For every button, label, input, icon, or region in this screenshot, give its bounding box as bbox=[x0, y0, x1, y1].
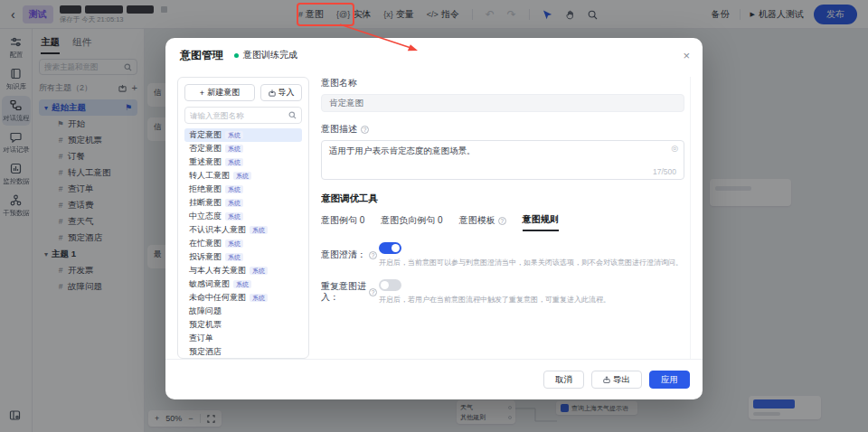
intent-list-item[interactable]: 故障问题 bbox=[184, 305, 302, 318]
import-label: 导入 bbox=[278, 87, 295, 99]
intent-list-item[interactable]: 重述意图 系统 bbox=[184, 155, 302, 169]
repeat-control: 开启后，若用户在当前意图流程中触发了重复意图，可重复进入此流程。 bbox=[379, 279, 684, 305]
modal-footer: 取消 导出 应用 bbox=[165, 359, 703, 399]
system-badge: 系统 bbox=[225, 212, 243, 221]
system-badge: 系统 bbox=[225, 158, 243, 166]
intent-list-item[interactable]: 在忙意图 系统 bbox=[184, 237, 302, 250]
export-icon bbox=[603, 376, 610, 383]
clarify-control: 开启后，当前意图可以参与到意图澄清当中，如果关闭该选项，则不会对该意图进行澄清询… bbox=[379, 242, 684, 268]
repeat-setting-row: 重复意图进入： ? 开启后，若用户在当前意图流程中触发了重复意图，可重复进入此流… bbox=[321, 279, 684, 305]
intent-list: 肯定意图 系统 否定意图 系统 重述意图 系统 转人工意图 系统 拒绝意图 系统 bbox=[184, 128, 302, 359]
import-icon bbox=[269, 89, 276, 97]
tuning-tabs: 意图例句 0 意图负向例句 0 意图模板 ? 意图规则 bbox=[321, 213, 684, 231]
intent-name: 预定机票 bbox=[189, 319, 222, 331]
clarify-setting-row: 意图澄清： ? 开启后，当前意图可以参与到意图澄清当中，如果关闭该选项，则不会对… bbox=[321, 242, 684, 268]
intent-name: 与本人有关意图 bbox=[189, 265, 246, 277]
system-badge: 系统 bbox=[225, 131, 243, 139]
close-icon[interactable]: × bbox=[683, 50, 690, 61]
intent-list-item[interactable]: 敏感词意图 系统 bbox=[184, 277, 302, 291]
intent-desc-textarea[interactable]: 适用于用户表示肯定态度的意图场景。 ◎ 17/500 bbox=[321, 140, 684, 180]
system-badge: 系统 bbox=[225, 239, 243, 248]
import-intent-button[interactable]: 导入 bbox=[260, 84, 302, 101]
help-icon[interactable]: ? bbox=[361, 126, 369, 134]
repeat-label-row: 重复意图进入： ? bbox=[321, 279, 379, 305]
toggle-knob bbox=[381, 281, 389, 289]
intent-search-input[interactable] bbox=[190, 111, 288, 120]
tab-negative-examples[interactable]: 意图负向例句 0 bbox=[381, 213, 442, 231]
intent-list-item[interactable]: 查订单 bbox=[184, 332, 302, 345]
apply-button[interactable]: 应用 bbox=[649, 371, 690, 389]
system-badge: 系统 bbox=[250, 226, 268, 234]
intent-search-box bbox=[184, 107, 302, 124]
system-badge: 系统 bbox=[225, 253, 243, 261]
training-status-text: 意图训练完成 bbox=[243, 49, 297, 61]
clarify-help-text: 开启后，当前意图可以参与到意图澄清当中，如果关闭该选项，则不会对该意图进行澄清询… bbox=[379, 258, 684, 268]
intent-list-item[interactable]: 挂断意图 系统 bbox=[184, 196, 302, 210]
intent-name: 转人工意图 bbox=[189, 170, 230, 182]
system-badge: 系统 bbox=[233, 280, 251, 288]
export-button[interactable]: 导出 bbox=[591, 371, 642, 389]
help-icon[interactable]: ? bbox=[369, 288, 377, 296]
intent-list-item[interactable]: 预定机票 bbox=[184, 318, 302, 332]
app-stage: ‹ 测试 保存于 今天 21:05:13 # 意图 {@} 实体 bbox=[0, 0, 868, 432]
modal-header: 意图管理 意图训练完成 × bbox=[180, 38, 690, 72]
intent-name: 中立态度 bbox=[189, 211, 222, 222]
clarify-label-row: 意图澄清： ? bbox=[321, 242, 379, 268]
tuning-tools-title: 意图调优工具 bbox=[321, 193, 684, 205]
intent-name: 挂断意图 bbox=[189, 197, 222, 209]
intent-list-item[interactable]: 中立态度 系统 bbox=[184, 210, 302, 223]
intent-name: 拒绝意图 bbox=[189, 183, 222, 195]
intent-name: 在忙意图 bbox=[189, 238, 222, 249]
system-badge: 系统 bbox=[233, 172, 251, 180]
intent-name-input[interactable]: 肯定意图 bbox=[321, 94, 684, 112]
intent-list-item[interactable]: 拒绝意图 系统 bbox=[184, 183, 302, 196]
help-icon[interactable]: ? bbox=[369, 251, 377, 259]
new-intent-button[interactable]: + 新建意图 bbox=[184, 84, 255, 101]
repeat-label: 重复意图进入： bbox=[321, 281, 366, 304]
intent-list-item[interactable]: 与本人有关意图 系统 bbox=[184, 264, 302, 277]
intent-list-item[interactable]: 否定意图 系统 bbox=[184, 142, 302, 155]
system-badge: 系统 bbox=[225, 199, 243, 207]
char-counter: 17/500 bbox=[653, 167, 676, 176]
intent-name: 敏感词意图 bbox=[189, 278, 230, 290]
intent-name: 投诉意图 bbox=[189, 251, 222, 263]
intent-detail-panel: 意图名称 肯定意图 意图描述 ? 适用于用户表示肯定态度的意图场景。 ◎ 17/… bbox=[321, 77, 691, 359]
intent-desc-label-row: 意图描述 ? bbox=[321, 123, 684, 136]
intent-management-modal: 意图管理 意图训练完成 × + 新建意图 导入 bbox=[165, 38, 703, 399]
status-dot bbox=[234, 53, 239, 58]
system-badge: 系统 bbox=[250, 294, 268, 302]
search-icon bbox=[288, 111, 297, 119]
tab-intent-examples[interactable]: 意图例句 0 bbox=[321, 213, 364, 231]
cancel-button[interactable]: 取消 bbox=[543, 371, 584, 389]
intent-desc-text: 适用于用户表示肯定态度的意图场景。 bbox=[329, 146, 476, 155]
help-icon: ? bbox=[498, 217, 506, 225]
intent-list-item[interactable]: 不认识本人意图 系统 bbox=[184, 223, 302, 237]
tab-intent-rules[interactable]: 意图规则 bbox=[523, 213, 559, 231]
intent-name: 故障问题 bbox=[189, 305, 222, 317]
intent-name: 否定意图 bbox=[189, 143, 222, 155]
toggle-knob bbox=[392, 244, 400, 252]
export-label: 导出 bbox=[613, 374, 630, 386]
intent-list-panel: + 新建意图 导入 肯定意图 系统 否定 bbox=[177, 77, 309, 359]
intent-list-item[interactable]: 预定酒店 bbox=[184, 345, 302, 359]
intent-list-item[interactable]: 未命中任何意图 系统 bbox=[184, 291, 302, 305]
intent-list-item[interactable]: 肯定意图 系统 bbox=[184, 128, 302, 142]
intent-name: 未命中任何意图 bbox=[189, 292, 246, 304]
repeat-toggle-off[interactable] bbox=[379, 279, 401, 291]
plus-icon: + bbox=[200, 89, 204, 98]
intent-list-actions: + 新建意图 导入 bbox=[184, 84, 302, 101]
system-badge: 系统 bbox=[225, 145, 243, 153]
intent-name-label: 意图名称 bbox=[321, 77, 684, 89]
intent-list-item[interactable]: 转人工意图 系统 bbox=[184, 169, 302, 183]
intent-name: 预定酒店 bbox=[189, 346, 222, 358]
intent-name: 不认识本人意图 bbox=[189, 224, 246, 236]
repeat-help-text: 开启后，若用户在当前意图流程中触发了重复意图，可重复进入此流程。 bbox=[379, 296, 684, 305]
intent-list-item[interactable]: 投诉意图 系统 bbox=[184, 250, 302, 264]
generate-icon[interactable]: ◎ bbox=[671, 144, 678, 153]
modal-title: 意图管理 bbox=[180, 48, 223, 63]
clarify-toggle-on[interactable] bbox=[379, 242, 401, 254]
tab-label: 意图模板 bbox=[459, 214, 495, 227]
tab-intent-templates[interactable]: 意图模板 ? bbox=[459, 213, 506, 231]
intent-name: 重述意图 bbox=[189, 156, 222, 168]
clarify-label: 意图澄清： bbox=[321, 249, 366, 261]
